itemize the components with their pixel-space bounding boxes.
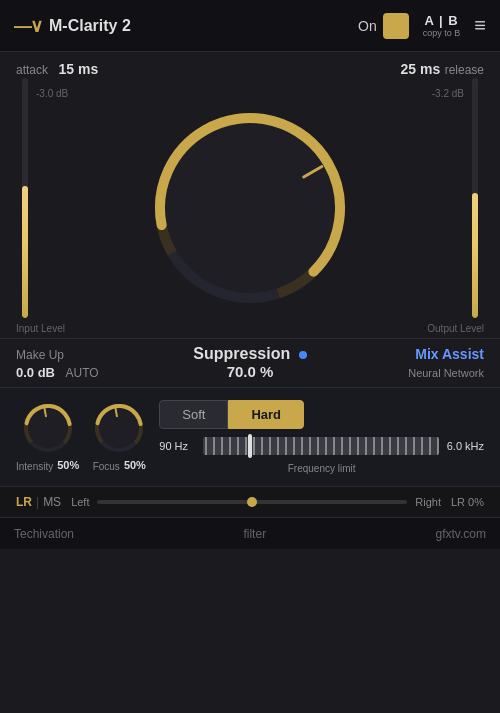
msc-row: Make Up 0.0 dB AUTO Suppression 70.0 % M…: [0, 338, 500, 387]
lr-slider[interactable]: [97, 499, 407, 505]
intensity-label: Intensity: [16, 461, 53, 472]
frequency-slider-group: 90 Hz 6.0 kHz: [159, 437, 484, 455]
lr-slider-group: Left Right: [71, 496, 441, 508]
freq-slider-track: [203, 437, 438, 455]
watermark-label: gfxtv.com: [436, 527, 486, 541]
attack-value: 15 ms: [58, 61, 98, 77]
mix-assist-label[interactable]: Mix Assist: [415, 346, 484, 362]
intensity-knob-svg[interactable]: [20, 400, 76, 456]
svg-point-1: [165, 123, 335, 293]
footer: Techivation filter gfxtv.com: [0, 517, 500, 549]
lr-button[interactable]: LR: [16, 495, 32, 509]
frequency-slider[interactable]: [203, 437, 438, 455]
svg-point-6: [28, 408, 68, 448]
intensity-label-group: Intensity 50%: [16, 458, 79, 472]
attack-group: attack 15 ms: [16, 60, 98, 78]
sh-buttons: Soft Hard: [159, 400, 304, 429]
ab-button[interactable]: A | B copy to B: [423, 13, 461, 38]
focus-value: 50%: [124, 459, 146, 471]
right-controls: Soft Hard 90 Hz 6.0 kHz Frequency limit: [159, 400, 484, 474]
input-level-label: Input Level: [16, 323, 65, 334]
lr-left-label: Left: [71, 496, 89, 508]
input-vu-track: [22, 78, 28, 318]
output-level-label: Output Level: [427, 323, 484, 334]
suppression-group: Suppression 70.0 %: [172, 345, 328, 381]
lr-percent-value: LR 0%: [451, 496, 484, 508]
release-value: 25 ms: [400, 61, 440, 77]
input-db-label: -3.0 dB: [36, 88, 68, 99]
svg-point-11: [99, 408, 139, 448]
main-knob-svg: [140, 98, 360, 318]
auto-button[interactable]: AUTO: [65, 366, 98, 380]
intensity-value: 50%: [57, 459, 79, 471]
ar-row: attack 15 ms 25 ms release: [0, 52, 500, 78]
filter-label: filter: [243, 527, 266, 541]
makeup-label: Make Up: [16, 348, 64, 362]
svg-line-9: [44, 408, 45, 416]
focus-knob-group: Focus 50%: [91, 400, 147, 472]
freq-slider-thumb[interactable]: [248, 434, 252, 458]
release-label: release: [445, 63, 484, 77]
output-db-label: -3.2 dB: [432, 88, 464, 99]
power-button[interactable]: [383, 13, 409, 39]
lr-ms-buttons: LR | MS: [16, 495, 61, 509]
controls-section: Intensity 50% Focus 50% Soft Hard 90 Hz: [0, 387, 500, 486]
lr-slider-thumb[interactable]: [247, 497, 257, 507]
brand-label: Techivation: [14, 527, 74, 541]
suppression-label: Suppression: [193, 345, 290, 362]
menu-button[interactable]: ≡: [474, 14, 486, 37]
neural-network-label: Neural Network: [408, 367, 484, 379]
output-vu-meter: [466, 78, 484, 318]
suppression-value[interactable]: 70.0 %: [227, 363, 274, 380]
ab-label: A | B: [424, 13, 458, 28]
focus-label: Focus: [93, 461, 120, 472]
attack-label: attack: [16, 63, 48, 77]
freq-high-value: 6.0 kHz: [447, 440, 484, 452]
frequency-limit-label: Frequency limit: [288, 463, 356, 474]
output-vu-fill: [472, 193, 478, 318]
mix-assist-group[interactable]: Mix Assist Neural Network: [328, 345, 484, 381]
focus-knob-svg[interactable]: [91, 400, 147, 456]
app-title: M-Clarity 2: [49, 17, 358, 35]
knob-section: -3.0 dB -3.2 dB Input Level Output L: [0, 78, 500, 338]
header: —∨ M-Clarity 2 On A | B copy to B ≡: [0, 0, 500, 52]
lr-ms-separator: |: [36, 495, 39, 509]
suppression-indicator: [299, 351, 307, 359]
input-vu-meter: [16, 78, 34, 318]
focus-label-group: Focus 50%: [93, 458, 146, 472]
ms-button[interactable]: MS: [43, 495, 61, 509]
release-group: 25 ms release: [394, 60, 484, 78]
svg-line-14: [116, 408, 117, 416]
output-vu-track: [472, 78, 478, 318]
logo-icon: —∨: [14, 15, 41, 37]
lr-ms-row: LR | MS Left Right LR 0%: [0, 486, 500, 517]
copy-to-b-label: copy to B: [423, 28, 461, 38]
input-vu-fill: [22, 186, 28, 318]
intensity-knob-group: Intensity 50%: [16, 400, 79, 472]
hard-button[interactable]: Hard: [228, 400, 304, 429]
freq-low-value: 90 Hz: [159, 440, 195, 452]
main-knob[interactable]: [140, 98, 360, 318]
soft-button[interactable]: Soft: [159, 400, 228, 429]
makeup-group: Make Up 0.0 dB AUTO: [16, 345, 172, 381]
on-label: On: [358, 18, 377, 34]
lr-right-label: Right: [415, 496, 441, 508]
makeup-value[interactable]: 0.0 dB: [16, 365, 55, 380]
